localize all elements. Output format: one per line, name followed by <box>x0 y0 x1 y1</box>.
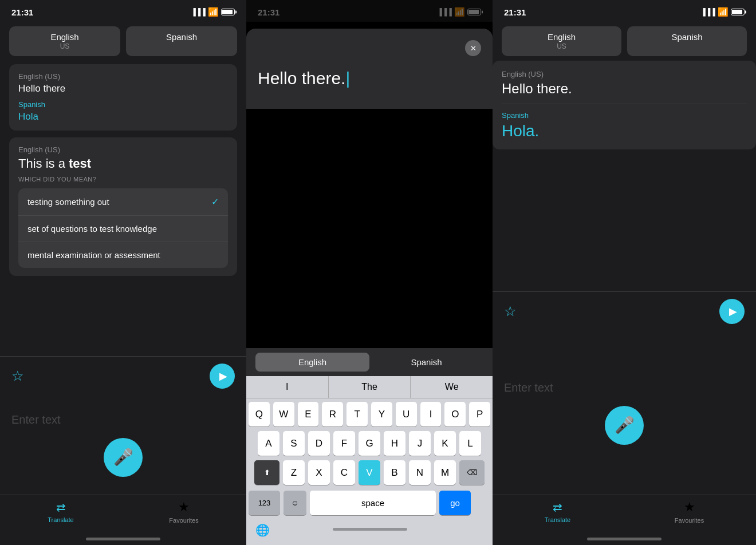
left-english-sub: US <box>16 42 113 50</box>
left-tab-favourites[interactable]: ★ Favourites <box>169 500 198 524</box>
left-fav-btn[interactable]: ☆ <box>11 368 24 384</box>
key-go[interactable]: go <box>439 491 471 515</box>
left-fav-icon: ★ <box>178 500 190 515</box>
key-row-3: ⬆ Z X C V B N M ⌫ <box>249 460 490 485</box>
right-card-en-label: English (US) <box>502 70 747 78</box>
key-d[interactable]: D <box>308 431 330 456</box>
key-n[interactable]: N <box>409 460 431 485</box>
right-english-btn[interactable]: English US <box>502 26 621 56</box>
keyboard-rows: Q W E R T Y U I O P A S D F G <box>246 398 493 488</box>
key-c[interactable]: C <box>333 460 355 485</box>
left-translate-icon: ⇄ <box>56 500 66 514</box>
left-mic-icon: 🎤 <box>113 448 133 467</box>
right-time: 21:31 <box>504 7 526 17</box>
right-status-icons: ▐▐▐ 📶 <box>700 7 745 17</box>
left-spanish-btn[interactable]: Spanish <box>126 26 237 56</box>
left-card2-text: This is a test <box>18 156 228 171</box>
key-u[interactable]: U <box>396 402 417 426</box>
key-row-2: A S D F G H J K L <box>249 431 490 456</box>
disambiguation-list: testing something out ✓ set of questions… <box>18 188 228 268</box>
left-play-btn[interactable]: ▶ <box>210 364 235 389</box>
key-f[interactable]: F <box>333 431 355 456</box>
disambig-option-3-text: mental examination or assessment <box>27 250 160 260</box>
key-space[interactable]: space <box>310 491 436 515</box>
right-mic-btn[interactable]: 🎤 <box>605 406 644 445</box>
keyboard-lang-tabs: English Spanish <box>246 348 493 376</box>
key-p[interactable]: P <box>469 402 490 426</box>
right-play-icon: ▶ <box>729 305 737 318</box>
left-play-icon: ▶ <box>219 370 227 382</box>
key-o[interactable]: O <box>444 402 466 426</box>
right-spanish-btn[interactable]: Spanish <box>627 26 747 56</box>
left-card1-en-text: Hello there <box>18 83 228 94</box>
disambig-option-3[interactable]: mental examination or assessment <box>18 242 228 268</box>
key-g[interactable]: G <box>359 431 380 456</box>
key-x[interactable]: X <box>308 460 330 485</box>
key-y[interactable]: Y <box>371 402 392 426</box>
left-spanish-label: Spanish <box>133 32 230 42</box>
autocomplete-we[interactable]: We <box>411 376 493 398</box>
key-q[interactable]: Q <box>249 402 270 426</box>
key-delete[interactable]: ⌫ <box>459 460 485 485</box>
key-k[interactable]: K <box>434 431 456 456</box>
kb-spanish-tab[interactable]: Spanish <box>369 353 483 372</box>
key-s[interactable]: S <box>283 431 305 456</box>
modal-close-btn[interactable]: ✕ <box>465 40 481 56</box>
key-shift[interactable]: ⬆ <box>254 460 279 485</box>
key-w[interactable]: W <box>273 402 294 426</box>
key-m[interactable]: M <box>434 460 456 485</box>
right-spanish-label: Spanish <box>634 32 740 42</box>
key-b[interactable]: B <box>384 460 405 485</box>
right-enter-text[interactable]: Enter text <box>504 381 553 394</box>
disambig-option-1[interactable]: testing something out ✓ <box>18 188 228 216</box>
key-emoji[interactable]: ☺ <box>284 491 306 515</box>
key-t[interactable]: T <box>346 402 368 426</box>
key-l[interactable]: L <box>459 431 481 456</box>
key-h[interactable]: H <box>384 431 405 456</box>
key-123[interactable]: 123 <box>249 491 280 515</box>
which-label: WHICH DID YOU MEAN? <box>18 176 228 183</box>
right-translate-label: Translate <box>545 516 570 523</box>
key-v[interactable]: V <box>359 460 380 485</box>
key-e[interactable]: E <box>298 402 319 426</box>
right-card-en-text: Hello there. <box>502 81 747 97</box>
globe-icon[interactable]: 🌐 <box>255 523 270 537</box>
left-status-bar: 21:31 ▐▐▐ 📶 <box>0 0 246 22</box>
left-phone-panel: 21:31 ▐▐▐ 📶 English US Spanish English (… <box>0 0 246 545</box>
left-enter-text[interactable]: Enter text <box>11 413 61 426</box>
keyboard-area: English Spanish I The We Q W E R T Y <box>246 348 493 545</box>
modal-close-icon: ✕ <box>470 44 477 53</box>
key-i[interactable]: I <box>420 402 442 426</box>
left-mic-btn[interactable]: 🎤 <box>104 438 143 477</box>
autocomplete-row: I The We <box>246 376 493 398</box>
right-home-indicator <box>587 538 662 540</box>
modal-close-row: ✕ <box>258 40 481 56</box>
modal-typed-text: Hello there.| <box>258 63 481 100</box>
left-card1-es-text: Hola <box>18 111 228 123</box>
right-fav-btn[interactable]: ☆ <box>504 303 517 319</box>
kb-english-tab[interactable]: English <box>255 353 369 372</box>
right-english-label: English <box>509 32 615 42</box>
right-tab-translate[interactable]: ⇄ Translate <box>545 500 570 523</box>
left-card1-en-label: English (US) <box>18 72 228 81</box>
right-tab-favourites[interactable]: ★ Favourites <box>675 500 704 524</box>
right-english-sub: US <box>509 42 615 50</box>
key-j[interactable]: J <box>409 431 431 456</box>
right-input-area: Enter text 🎤 <box>493 331 756 495</box>
left-time: 21:31 <box>11 7 33 17</box>
right-translation-card: English (US) Hello there. Spanish Hola. <box>493 61 756 149</box>
key-z[interactable]: Z <box>283 460 305 485</box>
right-status-bar: 21:31 ▐▐▐ 📶 <box>493 0 756 22</box>
left-tab-translate[interactable]: ⇄ Translate <box>48 500 73 523</box>
autocomplete-the[interactable]: The <box>329 376 411 398</box>
right-phone-panel: 21:31 ▐▐▐ 📶 English US Spanish English (… <box>493 0 756 545</box>
right-battery-icon <box>731 9 745 15</box>
autocomplete-i[interactable]: I <box>246 376 329 398</box>
left-english-btn[interactable]: English US <box>9 26 120 56</box>
left-tab-bar: ⇄ Translate ★ Favourites <box>0 495 246 535</box>
key-r[interactable]: R <box>322 402 343 426</box>
disambig-option-2[interactable]: set of questions to test knowledge <box>18 216 228 242</box>
disambig-option-1-text: testing something out <box>27 197 109 207</box>
key-a[interactable]: A <box>258 431 279 456</box>
right-play-btn[interactable]: ▶ <box>719 299 745 324</box>
